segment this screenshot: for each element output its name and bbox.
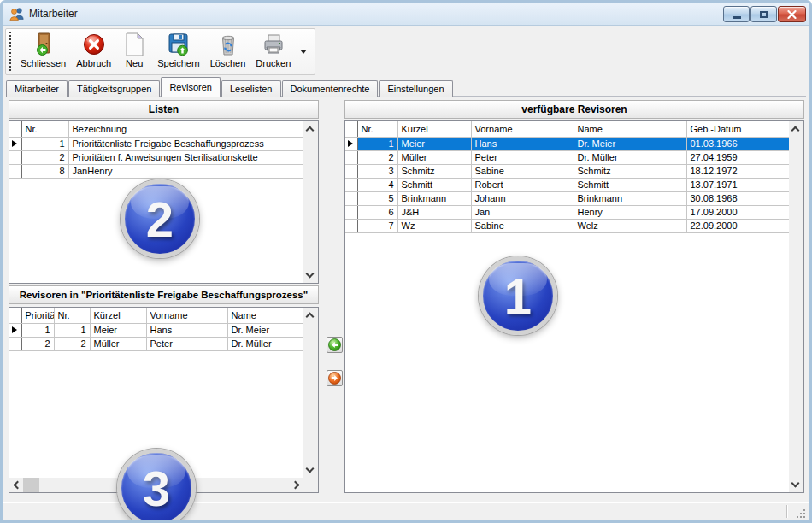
row-indicator [9,150,21,164]
scroll-up-button[interactable] [306,313,315,321]
column-header-nr-[interactable]: Nr. [357,121,397,137]
table-row[interactable]: 11MeierHansDr. Meier [9,323,303,337]
panel-title-revisoren-in-liste: Revisoren in "Prioritätenliste Freigabe … [9,285,319,304]
revisoren-page: Listen Nr.Bezeichnung1Prioritätenliste F… [3,97,809,502]
table-row[interactable]: 5BrinkmannJohannBrinkmann30.08.1968 [345,191,789,205]
tab-leselisten[interactable]: Leselisten [221,80,281,97]
window-controls [723,6,806,22]
minimize-button[interactable] [723,6,750,22]
table-row[interactable]: 22MüllerPeterDr. Müller [9,337,303,350]
column-header-geb-datum[interactable]: Geb.-Datum [686,121,789,137]
cell: 22.09.2000 [686,219,789,232]
column-header-bezeichnung[interactable]: Bezeichnung [68,121,303,137]
cell: Prioritätenliste Freigabe Beschaffungspr… [68,137,303,150]
header-row: PrioritätNr.KürzelVornameName [9,308,303,323]
column-header-name[interactable]: Name [574,121,686,137]
cell: Schmitz [574,164,686,178]
cell: 1 [21,323,54,337]
cell: Hans [471,137,574,150]
tab-dokumentenrechte[interactable]: Dokumentenrechte [282,80,379,97]
tab-revisoren[interactable]: Revisoren [161,77,221,97]
tab-bar: Mitarbeiter Tätigkeitsgruppen Revisoren … [6,77,806,97]
add-revisor-button[interactable] [327,337,343,353]
resize-grip[interactable] [797,508,807,518]
close-form-button[interactable]: Schliessen [15,30,71,73]
cell: JanHenry [68,164,303,178]
available-vertical-scrollbar[interactable] [789,121,803,492]
print-button[interactable]: Drucken [250,30,296,73]
toolbar-button-label: Abbruch [76,58,111,68]
listen-vertical-scrollbar[interactable] [303,121,318,283]
maximize-icon [760,11,768,18]
app-icon [9,7,24,21]
table-row[interactable]: 2Prioritäten f. Anweisungen Sterilisatio… [9,150,303,164]
cell: 1 [54,323,90,337]
tab-taetigkeitsgruppen[interactable]: Tätigkeitsgruppen [68,80,160,97]
header-row: Nr.KürzelVornameNameGeb.-Datum [345,121,789,137]
print-dropdown-button[interactable] [296,30,311,73]
cell: Meier [397,137,471,150]
close-button[interactable] [778,6,806,22]
column-header-priorität[interactable]: Priorität [21,308,54,323]
scroll-right-button[interactable] [291,481,300,490]
available-revisoren-table: Nr.KürzelVornameNameGeb.-Datum1MeierHans… [345,121,790,233]
cell: Dr. Müller [227,337,303,350]
titlebar[interactable]: Mitarbeiter [3,3,809,26]
chevron-down-icon [300,50,307,54]
cell: 1 [357,137,397,150]
cell: 1 [21,137,68,150]
cell: Dr. Müller [574,150,686,164]
remove-revisor-button[interactable] [327,370,343,386]
table-row[interactable]: 8JanHenry [9,164,303,178]
cell: Brinkmann [574,191,686,205]
table-row[interactable]: 1Prioritätenliste Freigabe Beschaffungsp… [9,137,303,150]
cell: Schmitz [397,164,471,178]
cell: 18.12.1972 [686,164,789,178]
maximize-button[interactable] [750,6,777,22]
scroll-up-button[interactable] [306,126,315,135]
scroll-down-button[interactable] [306,270,315,279]
table-row[interactable]: 7WzSabineWelz22.09.2000 [345,219,789,232]
tab-mitarbeiter[interactable]: Mitarbeiter [6,80,68,97]
toolbar-button-label: Neu [126,58,143,68]
row-indicator [345,150,357,164]
callout-badge-2: 2 [121,179,199,258]
scroll-down-button[interactable] [791,479,800,488]
column-header-kürzel[interactable]: Kürzel [90,308,146,323]
tab-einstellungen[interactable]: Einstellungen [379,80,452,97]
cell: Brinkmann [397,191,471,205]
table-row[interactable]: 4SchmittRobertSchmitt13.07.1971 [345,178,789,191]
app-window: Mitarbeiter [0,0,812,523]
available-revisoren-grid: Nr.KürzelVornameNameGeb.-Datum1MeierHans… [344,120,804,493]
toolbar-button-label: Drucken [256,58,291,68]
scroll-up-button[interactable] [791,126,800,135]
cancel-button[interactable]: Abbruch [71,30,116,73]
column-header-kürzel[interactable]: Kürzel [397,121,471,137]
list-revisoren-vertical-scrollbar[interactable] [303,308,318,478]
table-row[interactable]: 6J&HJanHenry17.09.2000 [345,205,789,219]
cell: 2 [54,337,90,350]
column-header-name[interactable]: Name [227,308,303,323]
cell: 2 [21,150,68,164]
scroll-down-button[interactable] [306,465,315,473]
table-row[interactable]: 3SchmitzSabineSchmitz18.12.1972 [345,164,789,178]
status-separator [786,505,787,518]
column-header-vorname[interactable]: Vorname [146,308,227,323]
toolbar: Schliessen Abbruch [3,26,809,77]
scrollbar-thumb[interactable] [23,478,39,492]
save-button[interactable]: Speichern [152,30,205,73]
column-header-vorname[interactable]: Vorname [471,121,574,137]
toolbar-grip-handle[interactable] [9,32,12,72]
column-header-nr-[interactable]: Nr. [54,308,90,323]
delete-button[interactable]: Löschen [205,30,251,73]
table-row[interactable]: 2MüllerPeterDr. Müller27.04.1959 [345,150,789,164]
cell: Dr. Meier [574,137,686,150]
column-header-nr-[interactable]: Nr. [21,121,68,137]
table-row[interactable]: 1MeierHansDr. Meier01.03.1966 [345,137,789,150]
new-button[interactable]: Neu [116,30,152,73]
panel-title-listen: Listen [9,100,319,119]
cell: 30.08.1968 [686,191,789,205]
toolbar-band: Schliessen Abbruch [5,28,315,75]
scroll-left-button[interactable] [14,481,22,490]
cell: 8 [21,164,68,178]
